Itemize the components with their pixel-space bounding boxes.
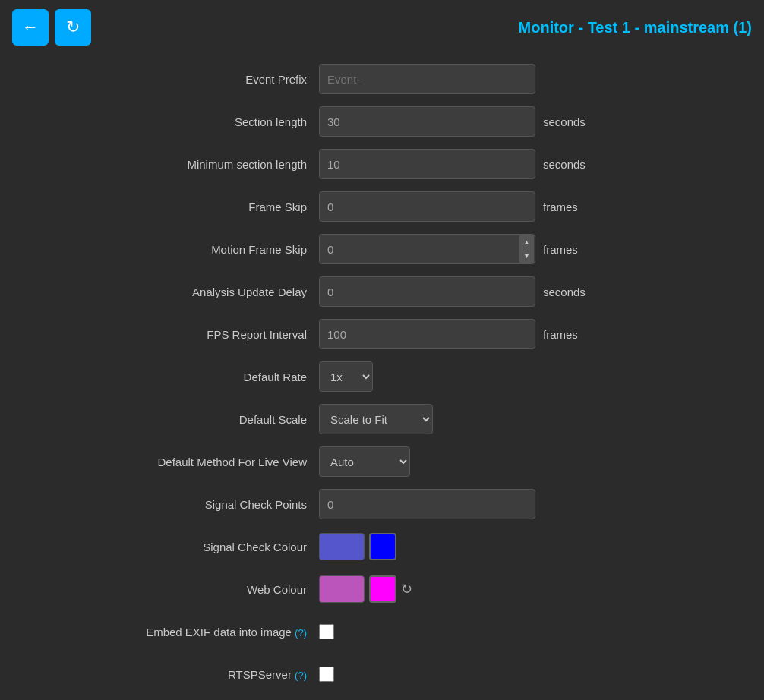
min-section-length-unit: seconds xyxy=(543,158,589,171)
section-length-unit: seconds xyxy=(543,115,589,128)
web-colour-row: Web Colour ↻ xyxy=(30,572,734,606)
default-scale-row: Default Scale Scale to Fit 100% 50% 200% xyxy=(30,402,734,436)
default-rate-select[interactable]: 1x 2x 0.5x xyxy=(319,361,373,392)
rtsp-server-help[interactable]: (?) xyxy=(295,670,307,681)
motion-frame-skip-input[interactable] xyxy=(319,234,535,264)
signal-check-points-input[interactable] xyxy=(319,489,535,519)
motion-frame-skip-unit: frames xyxy=(543,243,589,256)
web-colour-label: Web Colour xyxy=(30,583,319,596)
analysis-update-delay-input[interactable] xyxy=(319,276,535,307)
section-length-row: Section length seconds xyxy=(30,105,734,138)
analysis-update-delay-unit: seconds xyxy=(543,285,589,298)
spinner-down-button[interactable]: ▼ xyxy=(519,249,534,263)
motion-frame-skip-spinner: ▲ ▼ xyxy=(319,234,535,264)
rtsp-server-label: RTSPServer (?) xyxy=(30,668,319,681)
frame-skip-label: Frame Skip xyxy=(30,200,319,213)
signal-check-colour-swatch[interactable] xyxy=(369,533,396,560)
fps-report-interval-unit: frames xyxy=(543,328,589,341)
spinner-controls: ▲ ▼ xyxy=(519,235,534,263)
web-colour-preview[interactable] xyxy=(319,575,365,603)
default-method-row: Default Method For Live View Auto JPEG H… xyxy=(30,445,734,478)
fps-report-interval-label: FPS Report Interval xyxy=(30,328,319,341)
page-title: Monitor - Test 1 - mainstream (1) xyxy=(97,19,752,36)
spinner-up-button[interactable]: ▲ xyxy=(519,235,534,249)
embed-exif-checkbox[interactable] xyxy=(319,624,334,639)
analysis-update-delay-row: Analysis Update Delay seconds xyxy=(30,275,734,308)
motion-frame-skip-label: Motion Frame Skip xyxy=(30,243,319,256)
embed-exif-label: Embed EXIF data into image (?) xyxy=(30,626,319,639)
motion-frame-skip-row: Motion Frame Skip ▲ ▼ frames xyxy=(30,232,734,266)
fps-report-interval-row: FPS Report Interval frames xyxy=(30,317,734,351)
default-scale-label: Default Scale xyxy=(30,413,319,426)
analysis-update-delay-label: Analysis Update Delay xyxy=(30,285,319,298)
embed-exif-help[interactable]: (?) xyxy=(295,627,307,639)
frame-skip-input[interactable] xyxy=(319,191,535,222)
default-method-label: Default Method For Live View xyxy=(30,456,319,468)
signal-check-points-row: Signal Check Points xyxy=(30,487,734,521)
default-scale-select[interactable]: Scale to Fit 100% 50% 200% xyxy=(319,404,433,434)
min-section-length-row: Minimum section length seconds xyxy=(30,147,734,181)
event-prefix-input[interactable] xyxy=(319,64,535,94)
min-section-length-input[interactable] xyxy=(319,149,535,179)
frame-skip-unit: frames xyxy=(543,200,589,213)
signal-check-points-label: Signal Check Points xyxy=(30,498,319,511)
web-colour-swatch[interactable] xyxy=(369,575,396,603)
rtsp-server-row: RTSPServer (?) xyxy=(30,657,734,691)
section-length-label: Section length xyxy=(30,115,319,128)
refresh-button[interactable]: ↻ xyxy=(55,9,91,46)
event-prefix-row: Event Prefix xyxy=(30,62,734,96)
embed-exif-row: Embed EXIF data into image (?) xyxy=(30,615,734,648)
signal-check-colour-row: Signal Check Colour xyxy=(30,530,734,563)
rtsp-server-checkbox[interactable] xyxy=(319,667,334,682)
signal-check-colour-preview[interactable] xyxy=(319,533,365,560)
default-method-select[interactable]: Auto JPEG H264 xyxy=(319,446,410,477)
default-rate-row: Default Rate 1x 2x 0.5x xyxy=(30,360,734,393)
event-prefix-label: Event Prefix xyxy=(30,73,319,86)
fps-report-interval-input[interactable] xyxy=(319,319,535,349)
signal-check-colour-label: Signal Check Colour xyxy=(30,541,319,553)
web-colour-reset-button[interactable]: ↻ xyxy=(401,581,412,598)
default-rate-label: Default Rate xyxy=(30,370,319,383)
min-section-length-label: Minimum section length xyxy=(30,158,319,171)
back-button[interactable]: ← xyxy=(12,9,49,46)
frame-skip-row: Frame Skip frames xyxy=(30,190,734,223)
section-length-input[interactable] xyxy=(319,106,535,137)
